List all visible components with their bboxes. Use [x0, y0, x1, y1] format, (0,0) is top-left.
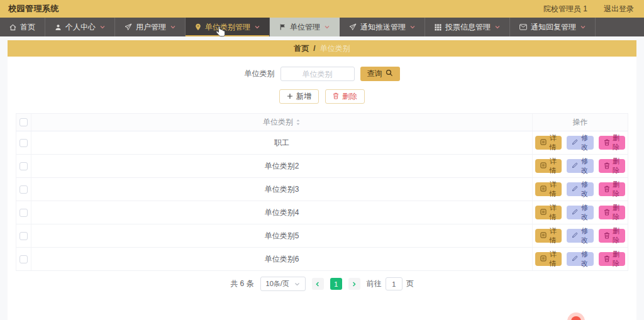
row-checkbox[interactable]	[19, 162, 28, 170]
edit-row-button[interactable]: 修改	[567, 136, 593, 150]
row-button-label: 详情	[549, 133, 557, 152]
chevron-down-icon	[294, 282, 300, 286]
nav-item-personal-center[interactable]: 个人中心	[45, 18, 115, 36]
detail-row-button[interactable]: 详情	[535, 182, 562, 196]
edit-row-button[interactable]: 修改	[567, 159, 593, 173]
nav-item-label: 通知回复管理	[531, 22, 576, 33]
next-page-button[interactable]	[348, 278, 360, 290]
logout-link[interactable]: 退出登录	[604, 4, 634, 14]
content-panel: 单位类别 查询 新增 删除 单位类别 操作	[8, 57, 636, 320]
nav-item-unit-management[interactable]: 单位管理	[270, 18, 340, 36]
row-button-label: 修改	[580, 157, 588, 175]
main-nav: 首页个人中心用户管理单位类别管理单位管理通知推送管理投票信息管理通知回复管理	[0, 18, 644, 36]
sort-icon[interactable]	[296, 119, 301, 126]
category-cell: 单位类别6	[31, 248, 532, 270]
row-actions-cell: 详情修改删除	[532, 224, 628, 247]
row-checkbox-cell	[16, 178, 31, 201]
search-icon	[386, 69, 393, 79]
search-label: 单位类别	[245, 69, 275, 79]
add-button[interactable]: 新增	[279, 89, 319, 104]
row-button-label: 详情	[549, 203, 557, 222]
edit-icon	[572, 139, 578, 146]
nav-item-home[interactable]: 首页	[0, 18, 45, 36]
table-body: 职工详情修改删除单位类别2详情修改删除单位类别3详情修改删除单位类别4详情修改删…	[16, 131, 628, 271]
row-button-label: 修改	[580, 203, 588, 222]
detail-row-button[interactable]: 详情	[535, 229, 562, 243]
nav-item-label: 通知推送管理	[360, 22, 406, 33]
row-button-label: 删除	[613, 203, 620, 222]
nav-item-unit-category-management[interactable]: 单位类别管理	[186, 18, 270, 36]
search-form: 单位类别 查询	[8, 67, 636, 81]
edit-row-button[interactable]: 修改	[567, 229, 593, 243]
page-size-select[interactable]: 10条/页	[260, 277, 306, 291]
send-icon	[349, 23, 357, 31]
current-user-label: 院校管理员 1	[543, 4, 587, 14]
row-button-label: 删除	[613, 226, 620, 245]
row-button-label: 删除	[613, 180, 620, 199]
trash-icon	[604, 255, 610, 263]
goto-page-input[interactable]	[386, 277, 402, 290]
row-checkbox[interactable]	[19, 255, 28, 263]
row-actions-cell: 详情修改删除	[532, 248, 628, 270]
delete-row-button[interactable]: 删除	[599, 182, 625, 196]
nav-item-notice-push-management[interactable]: 通知推送管理	[340, 18, 425, 36]
nav-item-label: 单位管理	[290, 22, 320, 33]
edit-row-button[interactable]: 修改	[567, 252, 593, 266]
trash-icon	[604, 232, 610, 240]
row-checkbox[interactable]	[19, 185, 28, 194]
delete-button[interactable]: 删除	[325, 89, 365, 104]
search-input[interactable]	[280, 67, 355, 81]
delete-row-button[interactable]: 删除	[599, 136, 625, 150]
doc-icon	[540, 209, 547, 216]
header-checkbox-cell	[16, 114, 31, 131]
toolbar: 新增 删除	[8, 89, 636, 104]
edit-icon	[572, 232, 578, 240]
doc-icon	[540, 162, 547, 170]
chevron-down-icon	[170, 25, 175, 29]
table-row: 单位类别3详情修改删除	[16, 178, 628, 201]
detail-row-button[interactable]: 详情	[535, 159, 562, 173]
row-button-label: 详情	[549, 157, 557, 175]
nav-item-vote-info-management[interactable]: 投票信息管理	[425, 18, 510, 36]
table-row: 单位类别2详情修改删除	[16, 155, 628, 178]
breadcrumb: 首页 / 单位类别	[8, 40, 636, 57]
trash-icon	[333, 92, 339, 101]
category-cell: 单位类别3	[31, 178, 532, 201]
delete-row-button[interactable]: 删除	[599, 229, 625, 243]
table-row: 单位类别4详情修改删除	[16, 201, 628, 224]
detail-row-button[interactable]: 详情	[535, 136, 562, 150]
nav-item-notice-reply-management[interactable]: 通知回复管理	[510, 18, 596, 36]
chevron-right-icon	[352, 280, 357, 289]
row-checkbox[interactable]	[19, 209, 28, 217]
doc-icon	[540, 139, 547, 146]
goto-prefix-label: 前往	[367, 279, 382, 289]
detail-row-button[interactable]: 详情	[535, 252, 562, 266]
row-checkbox[interactable]	[19, 232, 28, 240]
row-checkbox-cell	[16, 248, 31, 270]
row-button-label: 删除	[613, 157, 620, 175]
app-title: 校园管理系统	[8, 3, 59, 14]
delete-row-button[interactable]: 删除	[599, 252, 625, 266]
prev-page-button[interactable]	[312, 278, 324, 290]
delete-row-button[interactable]: 删除	[599, 206, 625, 219]
goto-suffix-label: 页	[406, 279, 414, 289]
add-button-label: 新增	[296, 91, 311, 102]
header-right: 院校管理员 1 退出登录	[543, 4, 634, 14]
edit-row-button[interactable]: 修改	[567, 206, 593, 219]
row-checkbox-cell	[16, 224, 31, 247]
row-checkbox[interactable]	[19, 139, 28, 147]
category-cell: 职工	[31, 131, 532, 154]
select-all-checkbox[interactable]	[19, 118, 28, 126]
nav-item-user-management[interactable]: 用户管理	[115, 18, 186, 36]
row-actions-cell: 详情修改删除	[532, 155, 628, 177]
breadcrumb-home[interactable]: 首页	[294, 43, 309, 54]
row-button-label: 详情	[549, 250, 557, 268]
row-actions-cell: 详情修改删除	[532, 201, 628, 224]
page-number-active[interactable]: 1	[330, 278, 342, 290]
delete-row-button[interactable]: 删除	[599, 159, 625, 173]
detail-row-button[interactable]: 详情	[535, 206, 562, 219]
edit-row-button[interactable]: 修改	[567, 182, 593, 196]
table-row: 单位类别5详情修改删除	[16, 224, 628, 248]
query-button[interactable]: 查询	[360, 67, 400, 81]
row-button-label: 删除	[613, 250, 620, 268]
